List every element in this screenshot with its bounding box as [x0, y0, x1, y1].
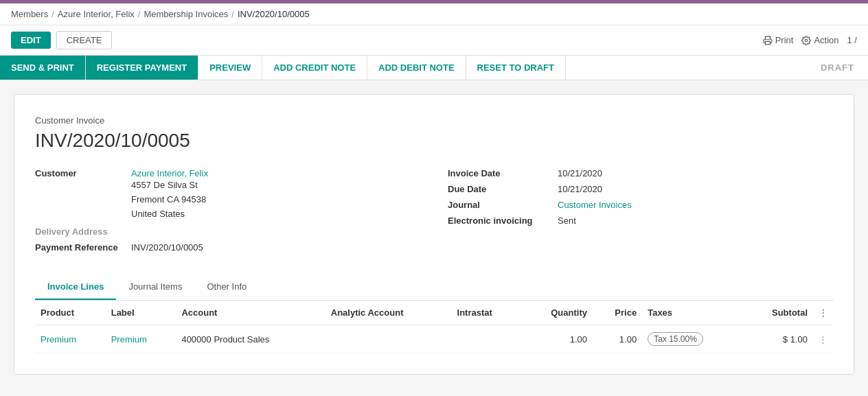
breadcrumb-members[interactable]: Members: [11, 9, 48, 19]
customer-row: Customer Azure Interior, Felix 4557 De S…: [35, 168, 420, 221]
breadcrumb-azure[interactable]: Azure Interior, Felix: [58, 9, 135, 19]
col-taxes: Taxes: [642, 301, 742, 325]
breadcrumb: Members / Azure Interior, Felix / Member…: [0, 3, 868, 25]
reset-to-draft-button[interactable]: RESET TO DRAFT: [466, 56, 566, 80]
svg-point-1: [806, 39, 808, 42]
col-analytic-account: Analytic Account: [326, 301, 452, 325]
invoice-details: Customer Azure Interior, Felix 4557 De S…: [35, 168, 833, 258]
electronic-invoicing-label: Electronic invoicing: [448, 216, 558, 226]
payment-reference-row: Payment Reference INV/2020/10/0005: [35, 242, 420, 253]
cell-account: 400000 Product Sales: [176, 325, 325, 353]
page-count: 1 /: [847, 35, 857, 45]
cell-product: Premium: [35, 325, 106, 353]
col-label: Label: [106, 301, 176, 325]
electronic-invoicing-row: Electronic invoicing Sent: [448, 216, 833, 226]
invoice-card: Customer Invoice INV/2020/10/0005 Custom…: [14, 94, 854, 375]
invoice-number: INV/2020/10/0005: [35, 130, 833, 152]
cell-price: 1.00: [593, 325, 642, 353]
tab-invoice-lines[interactable]: Invoice Lines: [35, 275, 116, 300]
invoice-date-value: 10/21/2020: [558, 168, 602, 178]
customer-name-link[interactable]: Azure Interior, Felix: [131, 168, 208, 178]
tab-journal-items[interactable]: Journal Items: [116, 275, 194, 300]
detail-left: Customer Azure Interior, Felix 4557 De S…: [35, 168, 420, 258]
invoice-date-label: Invoice Date: [448, 168, 558, 178]
journal-label: Journal: [448, 200, 558, 210]
payment-reference-value: INV/2020/10/0005: [131, 242, 203, 253]
print-icon: [763, 36, 773, 45]
draft-badge: DRAFT: [807, 56, 868, 80]
due-date-row: Due Date 10/21/2020: [448, 184, 833, 194]
journal-value: Customer Invoices: [558, 200, 632, 210]
table-area: Product Label Account Analytic Account I…: [35, 301, 833, 353]
cell-taxes: Tax 15.00%: [642, 325, 742, 353]
action-button[interactable]: Action: [801, 35, 838, 45]
delivery-address-row: Delivery Address: [35, 226, 420, 237]
preview-button[interactable]: PREVIEW: [198, 56, 262, 80]
breadcrumb-sep-2: /: [138, 9, 141, 19]
col-product: Product: [35, 301, 106, 325]
payment-reference-label: Payment Reference: [35, 242, 131, 253]
gear-icon: [801, 36, 811, 45]
add-debit-note-button[interactable]: ADD DEBIT NOTE: [367, 56, 466, 80]
cell-analytic-account: [326, 325, 452, 353]
tax-badge: Tax 15.00%: [648, 332, 703, 346]
print-button[interactable]: Print: [763, 35, 794, 45]
tabs: Invoice Lines Journal Items Other Info: [35, 275, 833, 301]
action-bar: SEND & PRINT REGISTER PAYMENT PREVIEW AD…: [0, 56, 868, 80]
breadcrumb-membership-invoices[interactable]: Membership Invoices: [144, 9, 228, 19]
col-intrastat: Intrastat: [452, 301, 522, 325]
journal-link[interactable]: Customer Invoices: [558, 200, 632, 210]
due-date-label: Due Date: [448, 184, 558, 194]
col-quantity: Quantity: [521, 301, 593, 325]
electronic-invoicing-value: Sent: [558, 216, 576, 226]
breadcrumb-current: INV/2020/10/0005: [238, 9, 310, 19]
col-account: Account: [176, 301, 325, 325]
cell-row-actions[interactable]: ⋮: [813, 325, 833, 353]
create-button[interactable]: CREATE: [56, 31, 113, 49]
toolbar: EDIT CREATE Print Action 1 /: [0, 25, 868, 56]
invoice-lines-table: Product Label Account Analytic Account I…: [35, 301, 833, 353]
content-area: Customer Invoice INV/2020/10/0005 Custom…: [0, 80, 868, 388]
edit-button[interactable]: EDIT: [11, 32, 51, 49]
customer-label: Customer: [35, 168, 131, 221]
col-subtotal: Subtotal: [742, 301, 813, 325]
detail-right: Invoice Date 10/21/2020 Due Date 10/21/2…: [448, 168, 833, 258]
breadcrumb-sep-1: /: [52, 9, 54, 19]
toolbar-right: Print Action 1 /: [763, 35, 857, 45]
cell-subtotal: $ 1.00: [742, 325, 813, 353]
tab-other-info[interactable]: Other Info: [194, 275, 259, 300]
delivery-address-label: Delivery Address: [35, 226, 131, 237]
product-link[interactable]: Premium: [41, 334, 76, 345]
due-date-value: 10/21/2020: [558, 184, 602, 194]
invoice-type-label: Customer Invoice: [35, 115, 833, 126]
col-price: Price: [593, 301, 642, 325]
cell-quantity: 1.00: [521, 325, 593, 353]
customer-value: Azure Interior, Felix 4557 De Silva St F…: [131, 168, 208, 221]
customer-address: 4557 De Silva St Fremont CA 94538 United…: [131, 178, 208, 221]
send-print-button[interactable]: SEND & PRINT: [0, 56, 86, 80]
label-link[interactable]: Premium: [111, 334, 147, 345]
breadcrumb-sep-3: /: [231, 9, 234, 19]
table-row: Premium Premium 400000 Product Sales 1.0…: [35, 325, 833, 353]
invoice-date-row: Invoice Date 10/21/2020: [448, 168, 833, 178]
col-actions: ⋮: [813, 301, 833, 325]
register-payment-button[interactable]: REGISTER PAYMENT: [86, 56, 198, 80]
svg-rect-0: [765, 41, 770, 45]
cell-label: Premium: [106, 325, 176, 353]
cell-intrastat: [452, 325, 522, 353]
journal-row: Journal Customer Invoices: [448, 200, 833, 210]
add-credit-note-button[interactable]: ADD CREDIT NOTE: [262, 56, 367, 80]
